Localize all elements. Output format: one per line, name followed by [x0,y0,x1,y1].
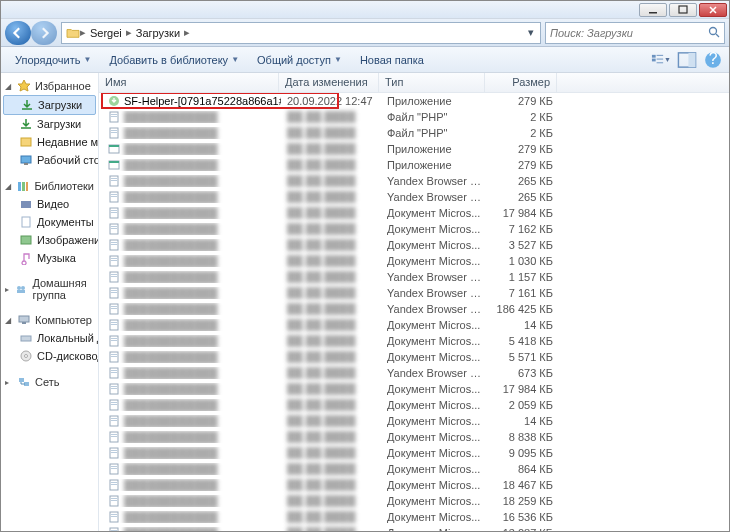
svg-rect-23 [17,290,25,293]
svg-rect-70 [111,322,117,323]
nav-item-recent[interactable]: Недавние места [1,133,98,151]
file-type: Документ Micros... [381,463,487,475]
app-icon [107,95,121,107]
svg-rect-101 [111,484,117,485]
caret-right-icon: ▸ [5,378,13,387]
file-row[interactable]: ██████████████.██.████Файл "PHP"2 КБ [99,125,729,141]
file-row[interactable]: ██████████████.██.████Документ Micros...… [99,205,729,221]
file-icon [107,431,121,443]
help-button[interactable]: ? [703,51,723,69]
file-row[interactable]: ██████████████.██.████Yandex Browser P..… [99,189,729,205]
file-row[interactable]: ██████████████.██.████Документ Micros...… [99,509,729,525]
nav-group-computer[interactable]: ◢Компьютер [1,311,98,329]
share-button[interactable]: Общий доступ▼ [249,51,350,69]
file-size: 7 161 КБ [487,287,559,299]
file-row[interactable]: ██████████████.██.████Документ Micros...… [99,429,729,445]
search-input[interactable] [550,27,704,39]
breadcrumb-item[interactable]: Загрузки [132,27,184,39]
file-name: ████████████ [124,255,218,267]
nav-item-downloads-2[interactable]: Загрузки [1,115,98,133]
close-button[interactable] [699,3,727,17]
file-row[interactable]: ██████████████.██.████Документ Micros...… [99,333,729,349]
file-row[interactable]: ██████████████.██.████Документ Micros...… [99,237,729,253]
nav-item-video[interactable]: Видео [1,195,98,213]
file-row[interactable]: ██████████████.██.████Документ Micros...… [99,525,729,531]
file-row[interactable]: ██████████████.██.████Приложение279 КБ [99,157,729,173]
file-row[interactable]: ██████████████.██.████Файл "PHP"2 КБ [99,109,729,125]
nav-forward-button[interactable] [31,21,57,45]
nav-group-favorites[interactable]: ◢Избранное [1,77,98,95]
file-type: Документ Micros... [381,383,487,395]
file-row[interactable]: ██████████████.██.████Документ Micros...… [99,317,729,333]
file-type: Yandex Browser P... [381,191,487,203]
nav-item-downloads[interactable]: Загрузки [3,95,96,115]
file-name: ████████████ [124,367,218,379]
file-row[interactable]: ██████████████.██.████Yandex Browser P..… [99,269,729,285]
caret-down-icon: ◢ [5,316,13,325]
file-size: 18 259 КБ [487,495,559,507]
file-row[interactable]: ██████████████.██.████Документ Micros...… [99,349,729,365]
video-icon [19,197,33,211]
nav-item-documents[interactable]: Документы [1,213,98,231]
nav-group-homegroup[interactable]: ▸Домашняя группа [1,275,98,303]
file-size: 17 984 КБ [487,383,559,395]
file-date: ██.██.████ [281,399,381,411]
file-date: ██.██.████ [281,463,381,475]
svg-rect-36 [111,130,117,131]
file-row[interactable]: ██████████████.██.████Документ Micros...… [99,381,729,397]
file-row[interactable]: ██████████████.██.████Документ Micros...… [99,445,729,461]
new-folder-button[interactable]: Новая папка [352,51,432,69]
nav-back-button[interactable] [5,21,31,45]
search-box[interactable] [545,22,725,44]
nav-item-music[interactable]: Музыка [1,249,98,267]
dropdown-arrow-icon[interactable]: ▾ [528,26,534,39]
column-name[interactable]: Имя [99,73,279,92]
organize-button[interactable]: Упорядочить▼ [7,51,99,69]
file-row[interactable]: ██████████████.██.████Yandex Browser P..… [99,365,729,381]
file-date: ██.██.████ [281,239,381,251]
file-type: Документ Micros... [381,479,487,491]
column-size[interactable]: Размер [485,73,557,92]
file-size: 2 059 КБ [487,399,559,411]
include-library-button[interactable]: Добавить в библиотеку▼ [101,51,247,69]
nav-item-desktop[interactable]: Рабочий стол [1,151,98,169]
svg-rect-62 [111,276,117,277]
file-row[interactable]: ██████████████.██.████Yandex Browser P..… [99,285,729,301]
file-row[interactable]: ██████████████.██.████Документ Micros...… [99,477,729,493]
svg-rect-37 [111,132,117,133]
minimize-button[interactable] [639,3,667,17]
file-row[interactable]: ██████████████.██.████Документ Micros...… [99,221,729,237]
nav-group-libraries[interactable]: ◢Библиотеки [1,177,98,195]
file-row[interactable]: ██████████████.██.████Yandex Browser P..… [99,301,729,317]
svg-rect-41 [109,161,119,163]
column-type[interactable]: Тип [379,73,485,92]
column-date[interactable]: Дата изменения [279,73,379,92]
libraries-icon [16,179,30,193]
svg-rect-82 [111,386,117,387]
file-row[interactable]: ██████████████.██.████Yandex Browser P..… [99,173,729,189]
file-type: Документ Micros... [381,239,487,251]
file-row[interactable]: ██████████████.██.████Документ Micros...… [99,253,729,269]
file-row[interactable]: ██████████████.██.████Документ Micros...… [99,461,729,477]
view-options-button[interactable]: ▼ [651,51,671,69]
caret-down-icon: ◢ [5,82,13,91]
file-row[interactable]: ██████████████.██.████Документ Micros...… [99,493,729,509]
file-row[interactable]: ██████████████.██.████Документ Micros...… [99,413,729,429]
file-type: Файл "PHP" [381,127,487,139]
nav-item-images[interactable]: Изображения [1,231,98,249]
preview-pane-button[interactable] [677,51,697,69]
address-bar[interactable]: ▸ Sergei ▸ Загрузки ▸ ▾ [61,22,541,44]
file-row-highlighted[interactable]: SF-Helper-[0791a75228a866a1#399#] (1)20.… [99,93,729,109]
file-row[interactable]: ██████████████.██.████Документ Micros...… [99,397,729,413]
nav-group-network[interactable]: ▸Сеть [1,373,98,391]
svg-rect-53 [111,228,117,229]
file-row[interactable]: ██████████████.██.████Приложение279 КБ [99,141,729,157]
maximize-button[interactable] [669,3,697,17]
svg-rect-71 [111,324,117,325]
file-date: ██.██.████ [281,255,381,267]
nav-item-cd-drive[interactable]: CD-дисковод (D:) 4G [1,347,98,365]
breadcrumb-item[interactable]: Sergei [86,27,126,39]
music-icon [19,251,33,265]
svg-rect-83 [111,388,117,389]
nav-item-local-disk[interactable]: Локальный диск (C:) [1,329,98,347]
